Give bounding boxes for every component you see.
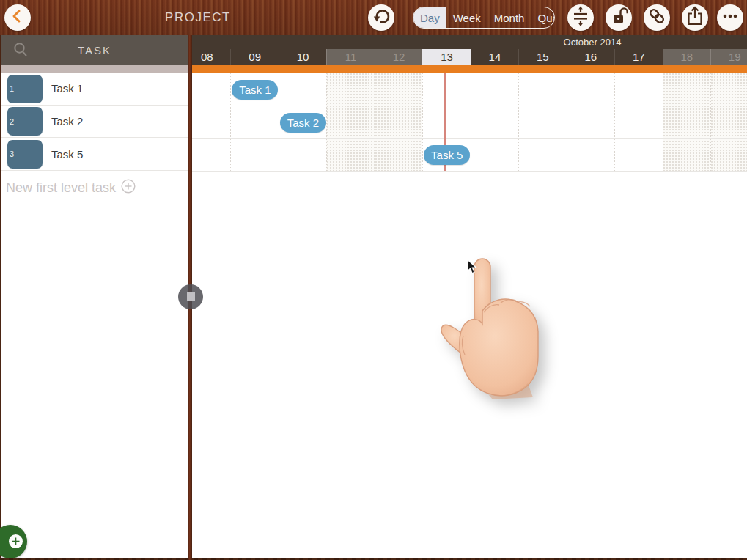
day-header-cell[interactable]: 12 (375, 49, 422, 65)
gantt-task-bar[interactable]: Task 2 (280, 113, 326, 133)
view-mode-segmented-control: DayWeekMonthQuarter (413, 7, 555, 29)
task-row[interactable]: 1 Task 1 (1, 73, 188, 106)
new-task-label: New first level task (6, 180, 116, 196)
day-gridline (567, 73, 567, 171)
day-gridline (518, 73, 519, 171)
task-row-number: 2 (10, 117, 14, 126)
task-row-number: 3 (10, 150, 14, 158)
gantt-task-bar[interactable]: Task 1 (232, 80, 278, 100)
day-header-cell[interactable]: 18 (663, 49, 710, 65)
day-header-row: 080910111213141516171819 (192, 35, 747, 65)
undo-button[interactable] (368, 4, 394, 31)
timeline-body: Task 1Task 2Task 5 (192, 73, 747, 558)
task-row-badge[interactable]: 2 (7, 107, 43, 136)
task-row[interactable]: 3 Task 5 (1, 138, 188, 171)
undo-icon (368, 3, 394, 32)
link-button[interactable] (644, 4, 670, 31)
row-separator (192, 106, 747, 106)
day-header-cell[interactable]: 17 (614, 49, 662, 65)
day-header-cell[interactable]: 13 (422, 49, 470, 65)
gantt-task-bar[interactable]: Task 5 (424, 145, 470, 165)
weekend-column (326, 73, 374, 171)
lock-open-icon (606, 3, 632, 32)
search-icon[interactable] (11, 40, 30, 62)
day-gridline (279, 73, 279, 171)
back-button[interactable] (4, 4, 31, 31)
splitter-grip (187, 292, 195, 301)
more-button[interactable] (717, 4, 743, 31)
chevron-left-icon (4, 3, 31, 32)
day-header-cell[interactable]: 10 (279, 49, 326, 65)
view-mode-segment[interactable]: Month (487, 7, 531, 28)
plus-circle-icon[interactable] (121, 179, 136, 197)
task-panel-header: TASK (1, 35, 188, 65)
day-header-cell[interactable]: 19 (710, 49, 747, 65)
page-title: PROJECT (132, 0, 264, 35)
day-header-cell[interactable]: 16 (567, 49, 614, 65)
share-button[interactable] (682, 4, 708, 31)
task-row-number: 1 (10, 84, 14, 93)
row-height-adjust-icon (567, 3, 594, 32)
plus-icon[interactable] (9, 534, 23, 548)
day-gridline (614, 73, 615, 171)
day-header-cell[interactable]: 09 (230, 49, 278, 65)
day-header-cell[interactable]: 11 (326, 49, 374, 65)
row-separator (192, 171, 747, 172)
task-list: 1 Task 1 2 Task 2 3 Task 5 (1, 73, 188, 171)
weekend-column (375, 73, 422, 171)
day-gridline (326, 73, 327, 171)
day-gridline (663, 73, 663, 171)
weekend-column (663, 73, 710, 171)
day-header-cell[interactable]: 14 (471, 49, 518, 65)
lock-button[interactable] (606, 4, 632, 31)
day-gridline (471, 73, 471, 171)
task-row[interactable]: 2 Task 2 (1, 106, 188, 139)
view-mode-segment[interactable]: Week (446, 7, 487, 28)
project-summary-strip-right (192, 65, 747, 73)
timeline-header: October 2014 080910111213141516171819 (192, 35, 747, 65)
day-gridline (375, 73, 375, 171)
task-name-label: Task 5 (51, 148, 83, 161)
day-header-cell[interactable]: 08 (192, 49, 230, 65)
project-summary-strip-left (1, 65, 188, 73)
splitter-drag-handle[interactable] (178, 284, 203, 309)
day-gridline (230, 73, 231, 171)
task-name-label: Task 2 (51, 115, 83, 128)
toolbar: PROJECT DayWeekMonthQuarter (0, 0, 747, 35)
task-row-badge[interactable]: 1 (7, 75, 43, 103)
view-mode-segment[interactable]: Quarter (531, 7, 555, 28)
mouse-cursor (466, 259, 477, 275)
gantt-chart-area[interactable]: Task 1Task 2Task 5 (192, 73, 747, 558)
day-gridline (710, 73, 711, 171)
task-column-header: TASK (78, 44, 111, 56)
task-name-label: Task 1 (51, 82, 83, 95)
view-mode-segment[interactable]: Day (413, 7, 446, 28)
link-icon (644, 3, 670, 32)
weekend-column (710, 73, 747, 171)
day-header-cell[interactable]: 15 (518, 49, 566, 65)
row-height-adjust-button[interactable] (567, 4, 594, 31)
row-separator (192, 138, 747, 139)
day-gridline (422, 73, 423, 171)
gantt-app: PROJECT DayWeekMonthQuarter (0, 0, 747, 560)
share-icon (682, 3, 708, 32)
task-row-badge[interactable]: 3 (7, 140, 43, 169)
ellipsis-icon (717, 3, 743, 32)
new-task-row[interactable]: New first level task (6, 178, 136, 197)
